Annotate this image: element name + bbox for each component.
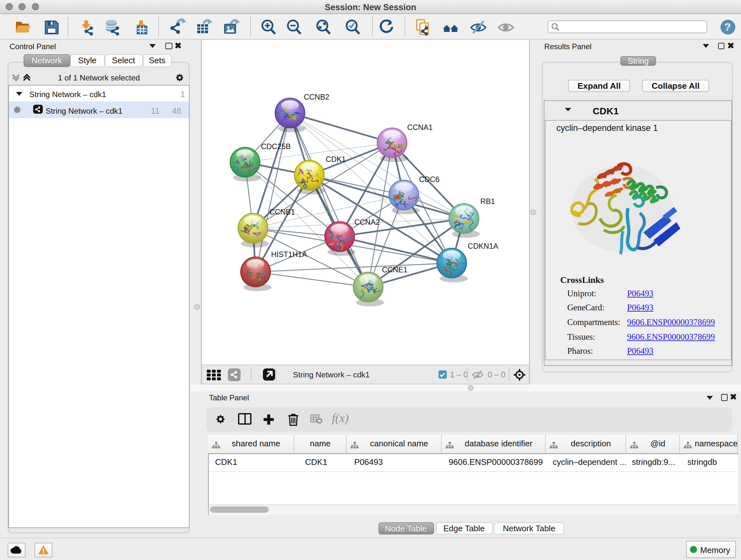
svg-text:CCNA2: CCNA2 <box>354 218 380 226</box>
svg-text:RB1: RB1 <box>480 197 495 205</box>
svg-text:HIST1H1A: HIST1H1A <box>271 250 307 258</box>
svg-text:CCNE1: CCNE1 <box>382 265 407 273</box>
svg-text:CDC6: CDC6 <box>419 175 439 183</box>
svg-text:CCNB1: CCNB1 <box>269 207 294 216</box>
svg-text:CCNA1: CCNA1 <box>407 123 432 131</box>
svg-text:CDKN1A: CDKN1A <box>468 242 498 250</box>
svg-text:CDC25B: CDC25B <box>261 142 290 150</box>
svg-text:CCNB2: CCNB2 <box>304 92 329 101</box>
svg-text:CDK1: CDK1 <box>326 155 346 163</box>
